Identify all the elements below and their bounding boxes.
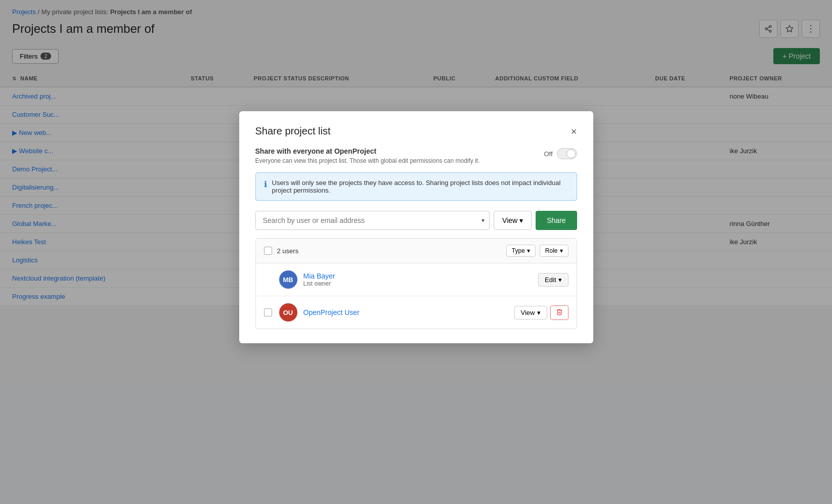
type-label: Type [512,247,525,254]
edit-permission-mia-bayer[interactable]: Edit ▾ [538,273,568,287]
delete-openproject-user[interactable] [550,305,568,320]
modal-header: Share project list × [255,125,577,137]
select-openproject-user-checkbox[interactable] [264,308,272,316]
view-role-dropdown-icon: ▾ [537,309,541,316]
users-header: 2 users Type ▾ Role ▾ [256,239,577,263]
toggle-knob [566,149,576,158]
search-row: ▾ View ▾ Share [255,211,577,230]
share-everyone-section: Share with everyone at OpenProject Every… [255,147,577,164]
view-permission-openproject-user[interactable]: View ▾ [514,306,547,319]
user-avatar-mia-bayer: MB [279,270,297,289]
share-modal: Share project list × Share with everyone… [239,111,593,343]
view-permission-button[interactable]: View ▾ [494,211,532,230]
page-wrapper: Projects / My private project lists: Pro… [0,0,832,504]
search-input-wrapper: ▾ [255,211,490,230]
user-name-openproject-user[interactable]: OpenProject User [303,308,514,316]
type-filter-button[interactable]: Type ▾ [506,245,536,257]
role-label: Role [545,247,558,254]
view-role-label: View [521,309,535,316]
user-info-openproject-user: OpenProject User [303,308,514,316]
user-avatar-openproject-user: OU [279,303,297,322]
search-dropdown-arrow-icon: ▾ [481,217,485,224]
user-actions-openproject-user: View ▾ [514,305,568,320]
view-dropdown-icon: ▾ [519,216,523,224]
share-everyone-text: Share with everyone at OpenProject Every… [255,147,480,164]
user-name-mia-bayer[interactable]: Mia Bayer [303,272,539,280]
user-actions-mia-bayer: Edit ▾ [538,273,568,287]
edit-dropdown-icon: ▾ [558,276,562,284]
role-dropdown-icon: ▾ [560,247,563,254]
toggle-group: Off [544,148,577,159]
search-input[interactable] [255,211,490,230]
user-info-mia-bayer: Mia Bayer List owner [303,272,539,287]
info-text: Users will only see the projects they ha… [272,179,568,194]
user-role-mia-bayer: List owner [303,280,539,287]
info-icon: ℹ [264,179,267,189]
user-row-openproject-user: OU OpenProject User View ▾ [256,296,577,329]
modal-overlay[interactable]: Share project list × Share with everyone… [0,0,832,504]
users-header-actions: Type ▾ Role ▾ [506,245,568,257]
type-dropdown-icon: ▾ [527,247,530,254]
modal-close-button[interactable]: × [571,126,577,136]
share-everyone-toggle[interactable] [557,148,577,159]
users-count: 2 users [277,247,506,255]
view-permission-label: View [502,216,517,224]
share-everyone-description: Everyone can view this project list. Tho… [255,157,480,164]
user-row-mia-bayer: MB Mia Bayer List owner Edit ▾ [256,263,577,296]
select-all-checkbox[interactable] [264,247,272,255]
share-everyone-heading: Share with everyone at OpenProject [255,147,480,155]
edit-label-mia-bayer: Edit [545,276,556,284]
users-section: 2 users Type ▾ Role ▾ [255,238,577,329]
info-banner: ℹ Users will only see the projects they … [255,172,577,201]
role-filter-button[interactable]: Role ▾ [540,245,568,257]
toggle-label: Off [544,150,552,158]
share-button[interactable]: Share [536,211,577,230]
modal-title: Share project list [255,125,331,137]
